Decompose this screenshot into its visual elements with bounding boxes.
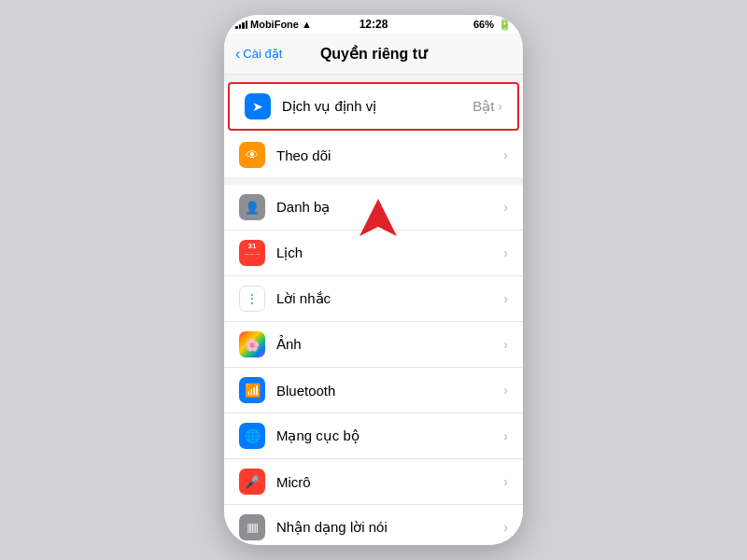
back-button[interactable]: ‹ Cài đặt	[235, 46, 282, 63]
location-icon: ➤	[245, 93, 271, 119]
localnetwork-label: Mạng cục bộ	[276, 427, 503, 444]
tracking-chevron-icon: ›	[503, 147, 508, 162]
page-title: Quyền riêng tư	[320, 45, 427, 63]
microphone-icon: 🎤	[239, 469, 265, 495]
phone-frame: MobiFone ▲ 12:28 66% 🔋 ‹ Cài đặt Quyền r…	[224, 15, 523, 545]
photos-label: Ảnh	[276, 336, 503, 353]
section-apps: 👤 Danh bạ › 31 ─ ─ ─ Lịch › ⋮ Lời nhắc	[224, 185, 523, 545]
microphone-chevron-icon: ›	[503, 474, 508, 489]
row-location[interactable]: ➤ Dịch vụ định vị Bật ›	[228, 82, 519, 131]
nav-bar: ‹ Cài đặt Quyền riêng tư	[224, 34, 523, 75]
row-calendar[interactable]: 31 ─ ─ ─ Lịch ›	[224, 231, 523, 276]
location-value: Bật	[472, 98, 494, 115]
contacts-icon: 👤	[239, 194, 265, 220]
row-microphone[interactable]: 🎤 Micrô ›	[224, 459, 523, 505]
speech-icon: |||||||	[239, 514, 265, 540]
wifi-icon: ▲	[302, 19, 312, 30]
row-localnetwork[interactable]: 🌐 Mạng cục bộ ›	[224, 413, 523, 459]
bluetooth-label: Bluetooth	[276, 383, 503, 399]
bluetooth-icon: 📶	[239, 377, 265, 403]
battery-icon: 🔋	[498, 18, 512, 31]
speech-chevron-icon: ›	[503, 520, 508, 535]
section-location: ➤ Dịch vụ định vị Bật › 👁 Theo dõi ›	[224, 82, 523, 177]
row-contacts[interactable]: 👤 Danh bạ ›	[224, 185, 523, 231]
localnetwork-chevron-icon: ›	[503, 428, 508, 443]
calendar-icon: 31 ─ ─ ─	[239, 240, 265, 266]
back-chevron-icon: ‹	[235, 46, 240, 63]
tracking-label: Theo dõi	[276, 147, 503, 163]
microphone-label: Micrô	[276, 474, 503, 490]
contacts-chevron-icon: ›	[503, 200, 508, 215]
bluetooth-chevron-icon: ›	[503, 383, 508, 398]
photos-chevron-icon: ›	[503, 337, 508, 352]
reminders-chevron-icon: ›	[503, 291, 508, 306]
status-bar: MobiFone ▲ 12:28 66% 🔋	[224, 15, 523, 34]
back-label: Cài đặt	[243, 47, 282, 61]
speech-label: Nhận dạng lời nói	[276, 519, 503, 536]
location-label: Dịch vụ định vị	[282, 98, 472, 115]
contacts-label: Danh bạ	[276, 199, 503, 216]
status-time: 12:28	[359, 18, 388, 31]
row-reminders[interactable]: ⋮ Lời nhắc ›	[224, 276, 523, 322]
status-right: 66% 🔋	[473, 18, 512, 31]
signal-bars	[235, 20, 247, 29]
calendar-label: Lịch	[276, 245, 503, 261]
reminders-label: Lời nhắc	[276, 290, 503, 307]
row-bluetooth[interactable]: 📶 Bluetooth ›	[224, 368, 523, 413]
location-chevron-icon: ›	[498, 99, 502, 114]
photos-icon: 🌸	[239, 331, 265, 357]
content-area: ➤ Dịch vụ định vị Bật › 👁 Theo dõi › 👤	[224, 75, 523, 545]
row-photos[interactable]: 🌸 Ảnh ›	[224, 322, 523, 368]
tracking-icon: 👁	[239, 142, 265, 168]
row-speech[interactable]: ||||||| Nhận dạng lời nói ›	[224, 505, 523, 545]
row-tracking[interactable]: 👁 Theo dõi ›	[224, 133, 523, 177]
calendar-chevron-icon: ›	[503, 245, 508, 260]
carrier-name: MobiFone	[250, 19, 299, 30]
localnetwork-icon: 🌐	[239, 423, 265, 449]
status-left: MobiFone ▲	[235, 19, 312, 30]
reminders-icon: ⋮	[239, 286, 265, 312]
battery-percent: 66%	[473, 19, 494, 30]
